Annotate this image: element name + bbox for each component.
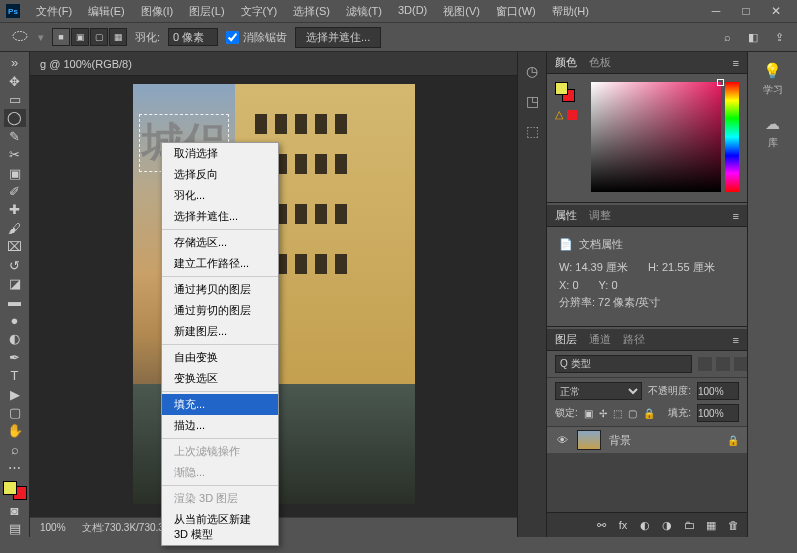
lock-pixels-icon[interactable]: ⬚ <box>613 408 622 419</box>
doc-size[interactable]: 文档:730.3K/730.3K <box>82 521 171 535</box>
lock-artboard-icon[interactable]: ▢ <box>628 408 637 419</box>
group-icon[interactable]: 🗀 <box>681 517 697 533</box>
history-brush-tool[interactable]: ↺ <box>4 256 26 273</box>
menu-filter[interactable]: 滤镜(T) <box>340 2 388 21</box>
menu-layer[interactable]: 图层(L) <box>183 2 230 21</box>
color-swatches[interactable] <box>3 481 27 500</box>
eraser-tool[interactable]: ◪ <box>4 275 26 292</box>
share-icon[interactable]: ⇪ <box>771 29 787 45</box>
menu-select[interactable]: 选择(S) <box>287 2 336 21</box>
context-menu-item[interactable]: 新建图层... <box>162 321 278 342</box>
blend-mode-select[interactable]: 正常 <box>555 382 642 400</box>
filter-pixel-icon[interactable] <box>698 357 712 371</box>
tab-adjustments[interactable]: 调整 <box>589 208 611 223</box>
edit-toolbar[interactable]: ⋯ <box>4 459 26 476</box>
tab-swatches[interactable]: 色板 <box>589 55 611 70</box>
layer-name[interactable]: 背景 <box>609 433 631 448</box>
document-tab[interactable]: g @ 100%(RGB/8) <box>30 52 517 76</box>
layer-filter-input[interactable] <box>555 355 692 373</box>
context-menu-item[interactable]: 取消选择 <box>162 143 278 164</box>
tab-properties[interactable]: 属性 <box>555 208 577 223</box>
path-select-tool[interactable]: ▶ <box>4 385 26 402</box>
delete-layer-icon[interactable]: 🗑 <box>725 517 741 533</box>
close-button[interactable]: ✕ <box>761 1 791 21</box>
selection-new[interactable]: ■ <box>52 28 70 46</box>
context-menu-item[interactable]: 自由变换 <box>162 347 278 368</box>
properties-panel-menu[interactable]: ≡ <box>733 210 739 222</box>
screen-mode-tool[interactable]: ▤ <box>4 520 26 537</box>
move-tool[interactable]: ✥ <box>4 72 26 89</box>
shape-tool[interactable]: ▢ <box>4 404 26 421</box>
zoom-level[interactable]: 100% <box>40 522 66 533</box>
crop-tool[interactable]: ✂ <box>4 146 26 163</box>
menu-type[interactable]: 文字(Y) <box>235 2 284 21</box>
libraries-button[interactable]: ☁ 库 <box>765 115 780 150</box>
filter-adjust-icon[interactable] <box>716 357 730 371</box>
color-picker[interactable] <box>591 82 739 192</box>
lock-position-icon[interactable]: ✢ <box>599 408 607 419</box>
gamut-warning-icon[interactable]: △ <box>555 108 563 121</box>
learn-button[interactable]: 💡 学习 <box>763 62 783 97</box>
menu-3d[interactable]: 3D(D) <box>392 2 433 21</box>
layer-mask-icon[interactable]: ◐ <box>637 517 653 533</box>
link-layers-icon[interactable]: ⚯ <box>593 517 609 533</box>
selection-intersect[interactable]: ▦ <box>109 28 127 46</box>
arrange-icon[interactable]: ◧ <box>745 29 761 45</box>
layer-style-icon[interactable]: fx <box>615 517 631 533</box>
context-menu-item[interactable]: 选择反向 <box>162 164 278 185</box>
opacity-input[interactable] <box>697 382 739 400</box>
menu-view[interactable]: 视图(V) <box>437 2 486 21</box>
filter-type-icon[interactable] <box>734 357 748 371</box>
feather-input[interactable] <box>168 28 218 46</box>
menu-file[interactable]: 文件(F) <box>30 2 78 21</box>
layer-row[interactable]: 👁 背景 🔒 <box>547 427 747 453</box>
selection-add[interactable]: ▣ <box>71 28 89 46</box>
menu-edit[interactable]: 编辑(E) <box>82 2 131 21</box>
tab-paths[interactable]: 路径 <box>623 332 645 347</box>
context-menu-item[interactable]: 填充... <box>162 394 278 415</box>
pen-tool[interactable]: ✒ <box>4 349 26 366</box>
hand-tool[interactable]: ✋ <box>4 422 26 439</box>
lock-icon[interactable]: 🔒 <box>727 435 739 446</box>
foreground-swatch[interactable] <box>3 481 17 495</box>
lock-lock-icon[interactable]: 🔒 <box>643 408 655 419</box>
layer-thumbnail[interactable] <box>577 430 601 450</box>
quick-select-tool[interactable]: ✎ <box>4 128 26 145</box>
hue-slider[interactable] <box>725 82 739 192</box>
lasso-tool[interactable]: ◯ <box>4 109 26 126</box>
menu-help[interactable]: 帮助(H) <box>546 2 595 21</box>
eyedropper-tool[interactable]: ✐ <box>4 183 26 200</box>
context-menu-item[interactable]: 建立工作路径... <box>162 253 278 274</box>
history-panel-icon[interactable]: ◷ <box>523 62 541 80</box>
type-tool[interactable]: T <box>4 367 26 384</box>
maximize-button[interactable]: □ <box>731 1 761 21</box>
expand-tools-icon[interactable]: » <box>4 54 26 71</box>
selection-subtract[interactable]: ▢ <box>90 28 108 46</box>
dodge-tool[interactable]: ◐ <box>4 330 26 347</box>
context-menu-item[interactable]: 通过拷贝的图层 <box>162 279 278 300</box>
visibility-icon[interactable]: 👁 <box>555 434 569 446</box>
color-panel-swatches[interactable] <box>555 82 575 102</box>
select-and-mask-button[interactable]: 选择并遮住... <box>295 27 381 48</box>
brush-tool[interactable]: 🖌 <box>4 220 26 237</box>
minimize-button[interactable]: ─ <box>701 1 731 21</box>
layers-panel-menu[interactable]: ≡ <box>733 334 739 346</box>
context-menu-item[interactable]: 从当前选区新建 3D 模型 <box>162 509 278 545</box>
marquee-tool[interactable]: ▭ <box>4 91 26 108</box>
quick-mask-tool[interactable]: ◙ <box>4 501 26 518</box>
context-menu-item[interactable]: 羽化... <box>162 185 278 206</box>
context-menu-item[interactable]: 选择并遮住... <box>162 206 278 227</box>
color-panel-menu[interactable]: ≡ <box>733 57 739 69</box>
frame-tool[interactable]: ▣ <box>4 164 26 181</box>
search-icon[interactable]: ⌕ <box>719 29 735 45</box>
zoom-tool[interactable]: ⌕ <box>4 441 26 458</box>
context-menu-item[interactable]: 描边... <box>162 415 278 436</box>
tab-color[interactable]: 颜色 <box>555 55 577 70</box>
gradient-tool[interactable]: ▬ <box>4 293 26 310</box>
tab-channels[interactable]: 通道 <box>589 332 611 347</box>
menu-image[interactable]: 图像(I) <box>135 2 179 21</box>
context-menu-item[interactable]: 存储选区... <box>162 232 278 253</box>
healing-tool[interactable]: ✚ <box>4 201 26 218</box>
context-menu-item[interactable]: 变换选区 <box>162 368 278 389</box>
stamp-tool[interactable]: ⌧ <box>4 238 26 255</box>
